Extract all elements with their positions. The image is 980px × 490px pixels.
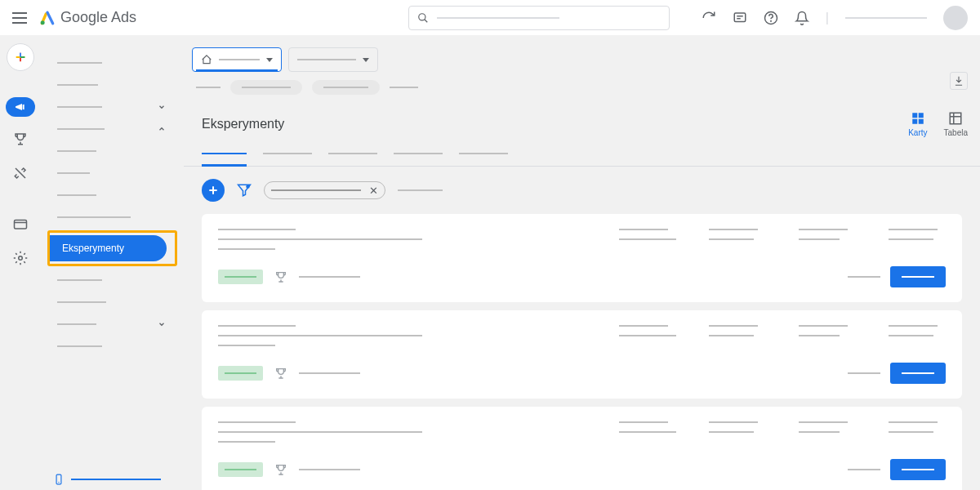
trophy-icon xyxy=(274,270,287,283)
tab[interactable] xyxy=(459,141,508,166)
sidebar-subitem[interactable] xyxy=(41,184,184,206)
chevron-down-icon xyxy=(363,58,369,62)
create-button[interactable] xyxy=(7,43,34,71)
tabs xyxy=(184,141,980,167)
secondary-action[interactable] xyxy=(848,276,880,278)
notifications-icon[interactable] xyxy=(795,11,809,25)
download-icon xyxy=(953,75,964,87)
product-logo[interactable]: Google Ads xyxy=(39,9,136,26)
sidebar-footer[interactable] xyxy=(53,473,161,486)
rail-campaigns[interactable] xyxy=(6,97,35,117)
main-content: Eksperymenty Karty Tabela ✕ xyxy=(184,35,980,490)
account-name xyxy=(845,17,927,19)
filter-label xyxy=(271,189,361,191)
filter-icon[interactable] xyxy=(237,183,252,198)
svg-rect-12 xyxy=(15,220,27,229)
view-switch: Karty Tabela xyxy=(908,111,968,137)
trophy-icon xyxy=(13,131,28,146)
separator: | xyxy=(826,11,829,25)
rail-goals[interactable] xyxy=(8,127,33,151)
chevron-down-icon xyxy=(266,58,273,62)
experiment-card[interactable] xyxy=(202,407,962,490)
sidebar-item[interactable] xyxy=(41,313,184,335)
tab[interactable] xyxy=(328,141,377,166)
sidebar-subitem[interactable] xyxy=(41,335,184,357)
rail-tools[interactable] xyxy=(8,161,33,185)
menu-icon[interactable] xyxy=(12,12,27,24)
scope-bar xyxy=(184,35,980,80)
svg-point-0 xyxy=(41,20,45,24)
breadcrumb-item[interactable] xyxy=(390,87,418,88)
sidebar: Eksperymenty xyxy=(41,35,184,490)
scope-campaign[interactable] xyxy=(288,47,378,72)
add-button[interactable] xyxy=(202,179,225,202)
rail-billing[interactable] xyxy=(8,212,33,236)
breadcrumb-chip[interactable] xyxy=(312,80,380,95)
breadcrumb xyxy=(184,80,980,103)
svg-point-1 xyxy=(419,13,425,20)
table-icon xyxy=(948,111,963,126)
sidebar-item-label: Eksperymenty xyxy=(62,243,124,254)
secondary-action[interactable] xyxy=(848,372,880,374)
svg-point-14 xyxy=(19,256,23,261)
gear-icon xyxy=(13,251,28,265)
secondary-action[interactable] xyxy=(848,469,880,470)
app-header: Google Ads | xyxy=(0,0,980,35)
left-rail xyxy=(0,35,41,490)
svg-rect-21 xyxy=(951,113,962,124)
breadcrumb-chip[interactable] xyxy=(230,80,302,95)
sidebar-item[interactable] xyxy=(41,206,184,228)
sidebar-subitem[interactable] xyxy=(41,140,184,162)
sidebar-item[interactable] xyxy=(41,118,184,140)
tab[interactable] xyxy=(394,141,443,166)
view-table[interactable]: Tabela xyxy=(944,111,968,137)
page-title: Eksperymenty xyxy=(202,117,284,131)
status-badge xyxy=(218,462,263,477)
sidebar-highlight: Eksperymenty xyxy=(47,230,177,266)
scope-account[interactable] xyxy=(192,47,282,72)
avatar[interactable] xyxy=(943,6,968,30)
sidebar-item[interactable] xyxy=(41,51,184,74)
plus-icon xyxy=(207,184,220,197)
filter-chip[interactable]: ✕ xyxy=(264,181,385,199)
primary-button[interactable] xyxy=(890,363,946,384)
close-icon[interactable]: ✕ xyxy=(369,185,378,197)
tools-icon xyxy=(13,166,28,180)
search-placeholder xyxy=(437,17,559,19)
page-title-row: Eksperymenty Karty Tabela xyxy=(184,103,980,141)
status-badge xyxy=(218,270,263,284)
status-badge xyxy=(218,366,263,381)
header-actions: | xyxy=(702,6,968,30)
search-input[interactable] xyxy=(408,6,670,30)
sidebar-item-experiments[interactable]: Eksperymenty xyxy=(50,235,167,261)
rail-admin[interactable] xyxy=(8,246,33,270)
device-icon xyxy=(53,473,65,486)
sidebar-subitem[interactable] xyxy=(41,291,184,313)
download-button[interactable] xyxy=(950,72,968,90)
svg-line-2 xyxy=(425,19,428,22)
plus-icon xyxy=(14,51,27,64)
view-cards[interactable]: Karty xyxy=(908,111,927,137)
sidebar-subitem[interactable] xyxy=(41,162,184,184)
tab[interactable] xyxy=(263,141,312,166)
experiment-card[interactable] xyxy=(202,310,962,399)
card-meta xyxy=(299,276,360,278)
megaphone-icon xyxy=(14,100,27,114)
chat-icon[interactable] xyxy=(733,11,747,25)
tab[interactable] xyxy=(202,141,247,166)
svg-rect-3 xyxy=(734,13,746,22)
sidebar-item[interactable] xyxy=(41,74,184,96)
svg-rect-17 xyxy=(912,113,917,118)
sidebar-subitem[interactable] xyxy=(41,269,184,291)
card-icon xyxy=(13,216,28,231)
filter-text xyxy=(398,189,443,191)
refresh-icon[interactable] xyxy=(702,11,716,25)
svg-point-7 xyxy=(770,20,771,21)
experiment-card[interactable] xyxy=(202,214,962,302)
primary-button[interactable] xyxy=(890,266,946,287)
help-icon[interactable] xyxy=(764,11,778,25)
trophy-icon xyxy=(274,367,287,380)
sidebar-item[interactable] xyxy=(41,96,184,118)
primary-button[interactable] xyxy=(890,459,946,480)
breadcrumb-item[interactable] xyxy=(196,87,220,88)
